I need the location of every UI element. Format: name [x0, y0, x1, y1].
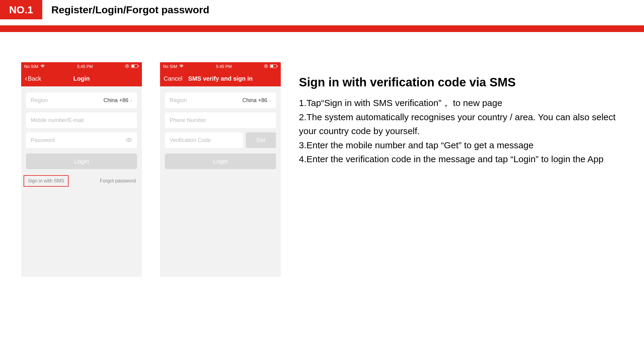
region-value: China +86: [104, 97, 129, 104]
phone-placeholder: Phone Number: [170, 117, 206, 124]
region-label: Region: [170, 97, 187, 104]
carrier-label: No SIM: [163, 64, 177, 69]
region-label: Region: [31, 97, 48, 104]
phone-screenshot-login: No SIM 5:45 PM ‹ Back Login: [21, 62, 142, 277]
back-button[interactable]: ‹ Back: [25, 74, 41, 83]
instruction-step-2: 2.The system automatically recognises yo…: [299, 110, 623, 138]
code-row: Verification Code Get: [165, 132, 276, 148]
instructions-title: Sign in with verification code via SMS: [299, 74, 623, 90]
cancel-button[interactable]: Cancel: [164, 75, 182, 82]
status-bar: No SIM 5:45 PM: [160, 62, 281, 71]
nav-bar: Cancel SMS verify and sign in: [160, 71, 281, 86]
phone-field[interactable]: Phone Number: [165, 112, 276, 128]
phone-screenshot-sms: No SIM 5:45 PM Cancel SMS verify and sig…: [160, 62, 281, 277]
region-value: China +86: [242, 97, 268, 104]
login-button[interactable]: Login: [165, 153, 276, 169]
region-selector[interactable]: Region China +86 ›: [26, 92, 137, 108]
chevron-right-icon: ›: [130, 97, 132, 104]
instructions-panel: Sign in with verification code via SMS 1…: [299, 62, 623, 277]
carrier-label: No SIM: [24, 64, 38, 69]
account-field[interactable]: Mobile number/E-mail: [26, 112, 137, 128]
content-area: No SIM 5:45 PM ‹ Back Login: [0, 32, 644, 277]
eye-icon[interactable]: [126, 137, 132, 144]
account-placeholder: Mobile number/E-mail: [31, 117, 84, 124]
section-badge: NO.1: [0, 0, 42, 19]
nav-bar: ‹ Back Login: [21, 71, 142, 86]
battery-icon: [131, 64, 139, 69]
password-placeholder: Password: [31, 137, 55, 143]
instructions-body: 1.Tap“Sign in with SMS verification”， to…: [299, 96, 623, 166]
code-field[interactable]: Verification Code: [165, 132, 243, 148]
password-field[interactable]: Password: [26, 132, 137, 148]
cancel-label: Cancel: [164, 75, 182, 82]
svg-rect-8: [277, 66, 277, 67]
login-form: Region China +86 › Mobile number/E-mail …: [21, 86, 142, 193]
header-row: NO.1 Register/Login/Forgot password: [0, 0, 644, 19]
get-code-button[interactable]: Get: [246, 132, 276, 148]
orientation-lock-icon: [125, 64, 129, 69]
wifi-icon: [40, 64, 45, 69]
status-time: 5:45 PM: [216, 64, 232, 69]
instruction-step-3: 3.Enter the mobile number and tap “Get” …: [299, 138, 623, 153]
page-title: Register/Login/Forgot password: [51, 4, 209, 16]
links-row: Sign in with SMS Forgot password: [26, 175, 137, 187]
svg-rect-3: [138, 66, 139, 67]
instruction-step-1: 1.Tap“Sign in with SMS verification”， to…: [299, 96, 623, 110]
status-time: 5:45 PM: [77, 64, 93, 69]
code-placeholder: Verification Code: [170, 137, 211, 143]
battery-icon: [270, 64, 278, 69]
svg-rect-7: [271, 65, 273, 67]
svg-point-4: [128, 139, 130, 141]
wifi-icon: [179, 64, 184, 69]
back-label: Back: [28, 75, 41, 82]
forgot-password-link[interactable]: Forgot password: [100, 178, 136, 184]
sms-form: Region China +86 › Phone Number Verifica…: [160, 86, 281, 175]
login-button[interactable]: Login: [26, 153, 137, 169]
svg-rect-2: [132, 65, 134, 67]
orientation-lock-icon: [264, 64, 268, 69]
red-divider-bar: [0, 25, 644, 32]
status-bar: No SIM 5:45 PM: [21, 62, 142, 71]
chevron-right-icon: ›: [269, 97, 271, 104]
region-selector[interactable]: Region China +86 ›: [165, 92, 276, 108]
instruction-step-4: 4.Enter the verification code in the mes…: [299, 152, 623, 166]
sign-in-sms-link[interactable]: Sign in with SMS: [24, 175, 69, 187]
chevron-left-icon: ‹: [25, 74, 27, 83]
